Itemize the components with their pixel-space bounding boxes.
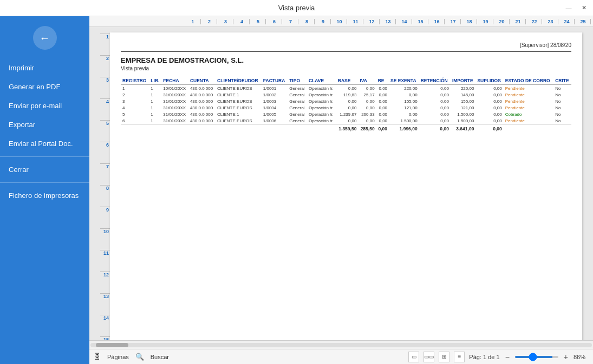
table-cell: Operación h: (307, 117, 336, 124)
table-cell: CLIENTE 1 (216, 91, 262, 98)
view-double-btn[interactable]: ▭▭ (423, 352, 434, 362)
th-tipo: TIPO (288, 77, 307, 85)
table-cell: 0,00 (419, 85, 451, 92)
sidebar-item-enviar-portal[interactable]: Enviar al Portal Doc. (0, 134, 89, 153)
table-cell: 155,00 (389, 98, 419, 104)
ruler-left-mark-15: 15 (100, 336, 110, 340)
sidebar-item-enviar-email[interactable]: Enviar por e-mail (0, 96, 89, 115)
ruler-mark-16: 16 (428, 19, 444, 24)
table-cell: 1 (149, 91, 161, 98)
view-single-btn[interactable]: ▭ (408, 352, 419, 362)
ruler-left-mark-5: 5 (100, 120, 110, 142)
table-cell: 1/0002 (262, 91, 288, 98)
zoom-plus-btn[interactable]: + (563, 353, 569, 361)
table-cell: 31/01/20XX (161, 91, 188, 98)
totals-cell (216, 124, 262, 133)
table-cell: 1/0006 (262, 117, 288, 124)
table-cell: 260,33 (358, 111, 376, 117)
main-layout: ← Imprimir Generar en PDF Enviar por e-m… (0, 16, 593, 364)
totals-row: 1.359,50285,500,001.996,000,003.641,000,… (121, 124, 571, 133)
minimize-button[interactable]: — (562, 2, 576, 14)
totals-cell (161, 124, 188, 133)
table-cell: 121,00 (451, 104, 475, 111)
ruler-mark-17: 17 (444, 19, 460, 24)
ruler-mark-1: 1 (184, 19, 200, 24)
sidebar-item-fichero-impresoras[interactable]: Fichero de impresoras (0, 186, 89, 205)
table-cell: 0,00 (475, 111, 503, 117)
table-cell: 1.500,00 (451, 111, 475, 117)
table-cell: 430.0.0.000 (188, 117, 216, 124)
table-cell: 0,00 (336, 85, 359, 92)
ruler-left-mark-4: 4 (100, 98, 110, 120)
th-suplidos: SUPLIDOS (475, 77, 503, 85)
zoom-minus-btn[interactable]: − (504, 353, 511, 361)
h-scrollbar-area[interactable] (89, 340, 593, 349)
table-cell: 0,00 (419, 91, 451, 98)
totals-cell (149, 124, 161, 133)
table-cell: 0,00 (475, 91, 503, 98)
table-cell: 0,00 (376, 111, 389, 117)
back-arrow-icon: ← (40, 32, 50, 44)
sidebar-item-generar-pdf[interactable]: Generar en PDF (0, 77, 89, 96)
doc-subtitle: Vista previa (121, 65, 571, 71)
doc-header-right: [Supervisor] 28/08/20 (121, 42, 571, 48)
back-button[interactable]: ← (33, 26, 57, 50)
table-cell: 121,00 (389, 104, 419, 111)
table-cell: 0,00 (419, 111, 451, 117)
ruler-top: 1234567891011121314151617181920212223242… (89, 16, 593, 27)
totals-cell: 3.641,00 (451, 124, 475, 133)
ruler-left-mark-9: 9 (100, 207, 110, 228)
table-cell: No (553, 104, 571, 111)
sidebar-divider-2 (0, 182, 89, 183)
preview-scroll[interactable]: 1234567891011121314151617 [Supervisor] 2… (89, 27, 593, 340)
table-cell: General (288, 111, 307, 117)
table-cell: CLIENTE EUROS (216, 85, 262, 92)
table-cell: No (553, 111, 571, 117)
preview-container: 1234567891011121314151617 [Supervisor] 2… (100, 32, 582, 340)
table-cell: General (288, 104, 307, 111)
zoom-label: 86% (574, 354, 589, 360)
table-cell: General (288, 85, 307, 92)
table-cell: 430.0.0.000 (188, 98, 216, 104)
table-header-row: REGISTRO LIB. FECHA CUENTA CLIENTE/DEUDO… (121, 77, 571, 85)
table-cell: 0,00 (358, 85, 376, 92)
th-clave: CLAVE (307, 77, 336, 85)
zoom-slider[interactable] (515, 356, 558, 358)
ruler-left-mark-12: 12 (100, 272, 110, 293)
table-cell: 31/01/20XX (161, 117, 188, 124)
table-cell: 0,00 (358, 117, 376, 124)
view-continuous-btn[interactable]: ≡ (454, 352, 465, 362)
table-cell: 0,00 (376, 104, 389, 111)
sidebar-item-imprimir[interactable]: Imprimir (0, 58, 89, 77)
ruler-mark-26: 26 (590, 19, 593, 24)
table-cell: 430.0.0.000 (188, 111, 216, 117)
sidebar-item-cerrar[interactable]: Cerrar (0, 160, 89, 179)
table-cell: No (553, 91, 571, 98)
table-cell: 25,17 (358, 91, 376, 98)
ruler-mark-4: 4 (233, 19, 249, 24)
sidebar-divider (0, 156, 89, 157)
sidebar-item-exportar[interactable]: Exportar (0, 115, 89, 134)
buscar-label[interactable]: Buscar (151, 354, 169, 360)
table-cell: 3 (121, 98, 149, 104)
doc-top-divider (121, 51, 571, 52)
doc-company-name: EMPRESA DE DEMOSTRACION, S.L. (121, 56, 571, 64)
th-fecha: FECHA (161, 77, 188, 85)
table-cell: 220,00 (389, 85, 419, 92)
table-row: 6131/01/20XX430.0.0.000CLIENTE EUROS1/00… (121, 117, 571, 124)
table-cell: 0,00 (376, 98, 389, 104)
table-cell: 119,83 (336, 91, 359, 98)
ruler-left-mark-13: 13 (100, 293, 110, 315)
close-button[interactable]: ✕ (577, 2, 591, 14)
th-cuenta: CUENTA (188, 77, 216, 85)
view-grid-btn[interactable]: ⊞ (439, 352, 449, 362)
buscar-icon: 🔍 (135, 353, 144, 361)
table-cell: 1.500,00 (451, 117, 475, 124)
table-cell: 0,00 (358, 104, 376, 111)
table-cell: 0,00 (475, 117, 503, 124)
th-estado: ESTADO DE COBRO (504, 77, 553, 85)
paginas-label[interactable]: Páginas (107, 354, 129, 360)
table-cell: CLIENTE EUROS (216, 98, 262, 104)
table-cell: Operación h: (307, 111, 336, 117)
ruler-left-mark-7: 7 (100, 163, 110, 185)
